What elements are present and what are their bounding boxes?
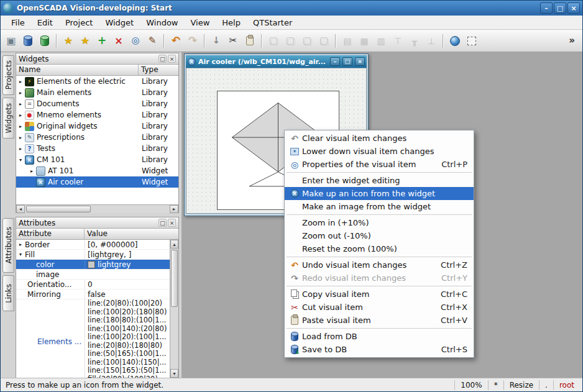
grid-button[interactable] (464, 33, 480, 49)
tab-widgets[interactable]: Widgets (2, 98, 14, 139)
expand-icon[interactable]: ▸ (16, 146, 25, 152)
tree-row-air-cooler-selected[interactable]: Air cooler Widget (16, 176, 178, 188)
menu-item-properties[interactable]: ◎ Properties of the visual item Ctrl+P (285, 158, 474, 171)
expand-icon[interactable]: ▸ (27, 168, 36, 174)
scrollbar-thumb[interactable] (26, 206, 91, 212)
scroll-down-button[interactable]: ▾ (170, 369, 178, 378)
tab-attributes[interactable]: Attributes (2, 218, 14, 273)
align-top-button[interactable]: ⊤ (390, 33, 406, 49)
maximize-button[interactable]: □ (554, 2, 566, 14)
column-attribute[interactable]: Attribute (16, 229, 85, 239)
menu-widget[interactable]: Widget (99, 17, 139, 29)
menu-item-save-to-db[interactable]: Save to DB Ctrl+S (285, 343, 474, 356)
horizontal-scrollbar[interactable]: ◂ ▸ (16, 204, 178, 213)
close-panel-button[interactable]: × (168, 55, 176, 63)
menu-item-paste[interactable]: Paste visual item Ctrl+V (285, 314, 474, 327)
float-panel-button[interactable]: □ (158, 219, 167, 227)
attr-row-color-selected[interactable]: color lightgrey (16, 260, 178, 270)
tree-row-elements-electric[interactable]: ▸⚡Elements of the electric Library (16, 76, 178, 87)
attr-row-border[interactable]: ▸Border [0, #000000] (16, 240, 178, 250)
scroll-left-button[interactable]: ◂ (16, 205, 25, 213)
send-back-button[interactable]: ▢ (316, 33, 332, 49)
expand-icon[interactable]: ▸ (16, 135, 25, 140)
tab-links[interactable]: Links (2, 275, 14, 311)
attr-row-mirroring[interactable]: Mirroring false (16, 289, 178, 299)
lower-widget-button[interactable]: ▢ (282, 33, 298, 49)
new-library-button[interactable]: ★ (60, 33, 76, 49)
add-widget-button[interactable]: + (94, 33, 110, 49)
child-minimize-button[interactable]: – (330, 57, 340, 66)
close-button[interactable]: × (567, 2, 580, 14)
expand-icon[interactable]: ▸ (16, 124, 25, 129)
menu-window[interactable]: Window (140, 17, 183, 29)
close-panel-button[interactable]: × (168, 219, 176, 227)
menu-item-lower-down[interactable]: ▾ Lower down visual item changes (285, 145, 474, 158)
tree-row-mnemo-elements[interactable]: ▸●Mnemo elements Library (16, 109, 178, 121)
paste-button[interactable] (242, 33, 258, 49)
minimize-button[interactable]: – (540, 2, 553, 14)
scrollbar-thumb[interactable] (171, 250, 178, 307)
scroll-right-button[interactable]: ▸ (170, 205, 178, 213)
menu-item-redo-disabled[interactable]: ↷ Redo visual item changes Ctrl+Y (285, 271, 474, 285)
menu-file[interactable]: File (6, 17, 30, 29)
menu-item-copy[interactable]: Copy visual item Ctrl+C (285, 288, 474, 301)
menu-view[interactable]: View (185, 17, 215, 29)
scroll-up-button[interactable]: ▴ (170, 240, 178, 248)
clear-changes-button[interactable]: ↓ (208, 33, 224, 49)
run-widget-button[interactable] (447, 33, 463, 49)
attr-row-orientation[interactable]: Orientatio... 0 (16, 280, 178, 289)
menu-item-undo[interactable]: ↶ Undo visual item changes Ctrl+Z (285, 258, 474, 271)
cut-button[interactable]: ✂ (225, 33, 241, 49)
child-window-titlebar[interactable]: Air cooler (/wlb_CM101/wdg_air... – □ × (186, 55, 367, 68)
raise-widget-button[interactable]: ▢ (265, 33, 282, 49)
edit-widget-button[interactable]: ✎ (144, 33, 160, 49)
expand-icon[interactable]: ▸ (16, 112, 25, 118)
tree-row-at101[interactable]: ▸AT 101 Widget (16, 165, 178, 176)
align-left-button[interactable]: ▤ (339, 33, 356, 49)
child-close-button[interactable]: × (355, 57, 365, 66)
column-name[interactable]: Name (16, 65, 139, 75)
menu-project[interactable]: Project (60, 17, 98, 29)
delete-widget-button[interactable]: × (111, 33, 127, 49)
expand-icon[interactable]: ▸ (16, 90, 25, 96)
tree-row-original-widgets[interactable]: ▸Original widgets Library (16, 121, 178, 132)
load-from-db-button[interactable] (20, 33, 36, 49)
current-user[interactable]: root (553, 380, 580, 390)
tree-row-cm101[interactable]: ▾CM 101 Library (16, 154, 178, 165)
collapse-icon[interactable]: ▾ (16, 157, 25, 163)
float-panel-button[interactable]: □ (158, 55, 167, 63)
edit-mode-indicator[interactable]: Resize (503, 380, 539, 390)
menu-item-zoom-out[interactable]: Zoom out (-10%) (285, 229, 474, 242)
menu-item-enter-editing[interactable]: Enter the widget editing (285, 174, 474, 187)
tree-row-main-elements[interactable]: ▸Main elements Library (16, 87, 178, 98)
new-widget-button[interactable]: ★ (77, 33, 93, 49)
collapse-icon[interactable]: ▾ (16, 252, 25, 257)
toolbar-overflow-button[interactable]: » (564, 33, 580, 49)
tree-row-prescriptions[interactable]: ▸✎Prescriptions Library (16, 132, 178, 143)
tree-row-tests[interactable]: ▸?Tests Library (16, 143, 178, 154)
attr-row-elements[interactable]: Elements ... line:(20|80):(100|20) line:… (16, 299, 178, 378)
menu-help[interactable]: Help (216, 17, 246, 29)
attr-row-fill[interactable]: ▾Fill [lightgrey, ] (16, 250, 178, 260)
menu-item-clear-changes[interactable]: ↶ Clear visual item changes (285, 132, 474, 145)
column-value[interactable]: Value (85, 229, 178, 239)
tree-row-documents[interactable]: ▸≡Documents Library (16, 98, 178, 109)
align-center-button[interactable]: ▦ (356, 33, 372, 49)
menu-item-make-icon-highlighted[interactable]: Make up an icon from the widget (285, 187, 474, 200)
visual-item-properties-button[interactable]: ◎ (127, 33, 144, 49)
scrollbar-track[interactable] (25, 205, 170, 213)
align-middle-button[interactable]: ╥ (406, 33, 423, 49)
menu-item-cut[interactable]: ✂ Cut visual item Ctrl+X (285, 301, 474, 314)
expand-icon[interactable]: ▸ (16, 242, 25, 247)
menu-edit[interactable]: Edit (32, 17, 58, 29)
menu-qtstarter[interactable]: QTStarter (247, 17, 298, 29)
child-maximize-button[interactable]: □ (342, 57, 352, 66)
menu-item-make-image[interactable]: Make an image from the widget (285, 200, 474, 213)
undo-button[interactable]: ↶ (168, 33, 184, 49)
expand-icon[interactable]: ▸ (16, 101, 25, 107)
save-to-db-button[interactable] (37, 33, 53, 49)
vertical-scrollbar[interactable]: ▴ ▾ (170, 240, 178, 378)
menu-item-zoom-in[interactable]: Zoom in (+10%) (285, 216, 474, 229)
load-widget-button[interactable]: ▣ (3, 33, 19, 49)
redo-button[interactable]: ↷ (185, 33, 201, 49)
